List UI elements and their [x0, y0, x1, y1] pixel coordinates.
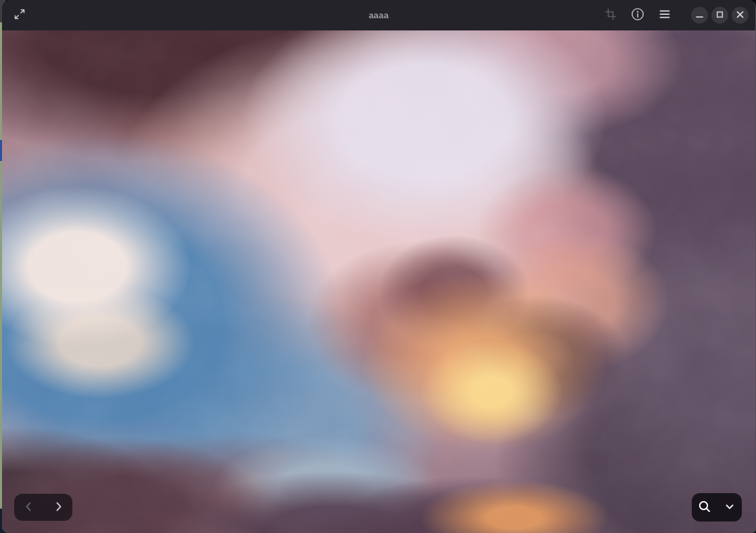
titlebar-left-group [9, 5, 30, 26]
zoom-button[interactable] [692, 495, 717, 519]
viewer-content [2, 30, 755, 533]
image-viewer-window: aaaa [2, 0, 756, 533]
crop-button[interactable] [600, 5, 621, 26]
fullscreen-button[interactable] [9, 5, 30, 26]
menu-button[interactable] [654, 5, 676, 26]
chevron-right-icon [50, 499, 66, 517]
zoom-controls-pill [692, 493, 742, 522]
info-icon [630, 7, 645, 24]
minimize-icon [691, 6, 708, 25]
zoom-options-button[interactable] [717, 495, 742, 519]
magnifier-icon [696, 499, 713, 517]
image-navigation-pill [14, 494, 72, 521]
close-icon [732, 6, 749, 25]
image-canvas[interactable] [2, 30, 755, 533]
chevron-left-icon [21, 499, 37, 517]
previous-image-button[interactable] [17, 495, 41, 519]
maximize-icon [711, 6, 728, 25]
window-controls [688, 7, 749, 24]
info-button[interactable] [627, 5, 648, 26]
close-button[interactable] [732, 7, 749, 24]
hamburger-menu-icon [658, 7, 671, 23]
screen: aaaa [0, 0, 756, 533]
maximize-button[interactable] [711, 7, 728, 24]
crop-icon [605, 8, 617, 22]
next-image-button[interactable] [46, 495, 70, 519]
titlebar: aaaa [2, 0, 755, 31]
chevron-down-icon [723, 500, 736, 515]
minimize-button[interactable] [691, 7, 708, 24]
titlebar-right-group [600, 5, 749, 26]
fullscreen-icon [13, 7, 26, 23]
